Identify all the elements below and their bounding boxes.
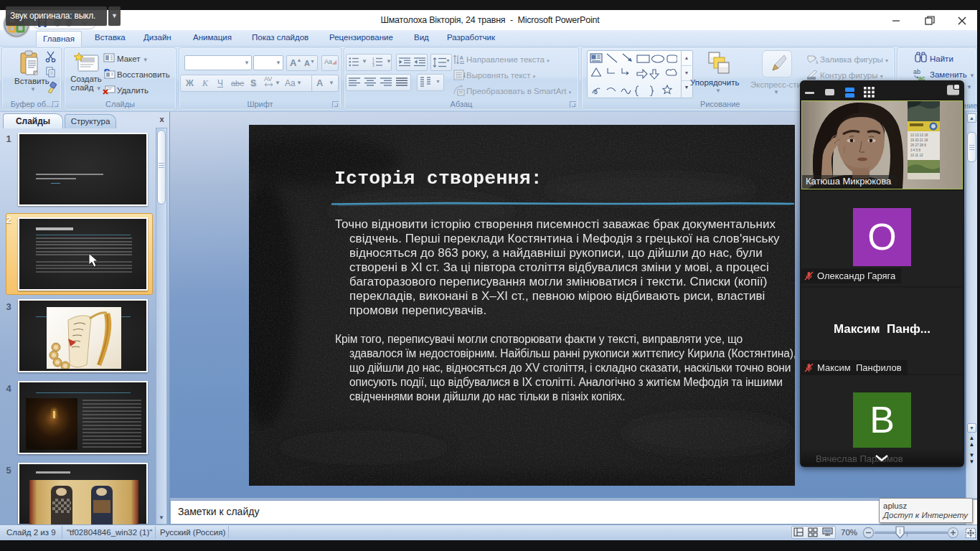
svg-text:А: А bbox=[460, 55, 464, 61]
svg-text:3: 3 bbox=[372, 64, 374, 67]
